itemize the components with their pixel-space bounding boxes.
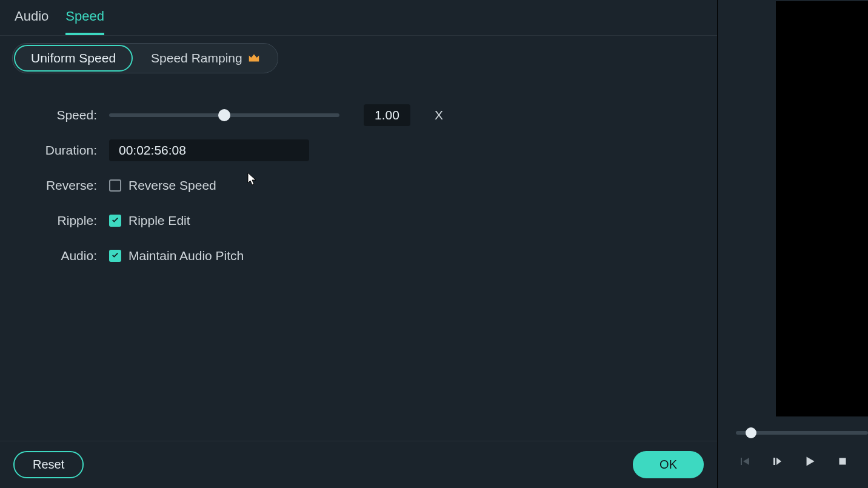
crown-icon — [247, 52, 261, 65]
preview-viewport — [776, 1, 868, 416]
mode-speed-ramping[interactable]: Speed Ramping — [134, 45, 278, 72]
reverse-checkbox[interactable] — [109, 179, 121, 192]
label-audio: Audio — [0, 249, 109, 263]
tab-speed[interactable]: Speed — [65, 8, 104, 35]
label-ripple: Ripple — [0, 213, 109, 228]
reverse-checkbox-label: Reverse Speed — [129, 178, 216, 193]
speed-unit: X — [435, 108, 443, 122]
mode-ramping-label: Speed Ramping — [151, 51, 242, 65]
speed-mode-selector: Uniform Speed Speed Ramping — [12, 43, 278, 73]
preview-timeline-thumb[interactable] — [746, 427, 756, 438]
speed-slider[interactable] — [109, 113, 339, 117]
label-reverse: Reverse — [0, 178, 109, 193]
reset-button[interactable]: Reset — [13, 451, 84, 478]
ripple-checkbox-label: Ripple Edit — [129, 213, 190, 228]
svg-rect-0 — [840, 458, 846, 465]
speed-slider-thumb[interactable] — [218, 109, 230, 121]
audio-pitch-checkbox[interactable] — [109, 250, 121, 262]
speed-value-input[interactable]: 1.00 — [364, 104, 410, 126]
ok-button[interactable]: OK — [633, 451, 704, 478]
stop-button[interactable] — [834, 453, 851, 470]
ripple-checkbox[interactable] — [109, 215, 121, 227]
tab-audio[interactable]: Audio — [15, 8, 48, 35]
duration-input[interactable]: 00:02:56:08 — [109, 139, 309, 161]
step-back-button[interactable] — [769, 453, 786, 470]
play-button[interactable] — [801, 453, 818, 470]
label-duration: Duration — [0, 143, 109, 158]
panel-tabs: Audio Speed — [0, 0, 717, 36]
audio-pitch-checkbox-label: Maintain Audio Pitch — [129, 249, 244, 263]
label-speed: Speed — [0, 108, 109, 122]
mode-uniform-label: Uniform Speed — [31, 51, 116, 65]
mode-uniform-speed[interactable]: Uniform Speed — [14, 45, 133, 72]
prev-frame-button[interactable] — [736, 453, 753, 470]
